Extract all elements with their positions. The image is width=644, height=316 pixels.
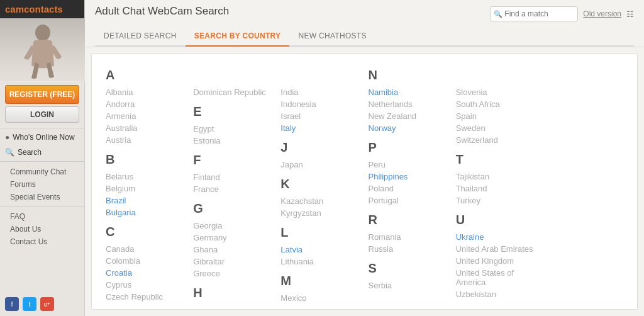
country-belgium: Belgium	[106, 183, 186, 195]
country-czech-republic: Czech Republic	[106, 291, 186, 303]
letter-a: A	[106, 68, 186, 82]
grid-icon[interactable]: ☷	[626, 9, 634, 19]
letter-f: F	[193, 153, 273, 167]
logo-cam: cam	[5, 4, 24, 14]
register-button[interactable]: REGISTER (FREE)	[5, 85, 79, 104]
country-uzbekistan: Uzbekistan	[456, 288, 536, 300]
logo[interactable]: camcontacts	[5, 4, 63, 14]
country-kyrgyzstan: Kyrgyzstan	[280, 207, 360, 219]
letter-e: E	[193, 104, 273, 119]
letter-c: C	[106, 225, 186, 239]
country-albania: Albania	[106, 86, 186, 98]
sidebar-link-about[interactable]: About Us	[5, 223, 79, 235]
sidebar-links: Community Chat Forums Special Events	[0, 163, 84, 205]
country-armenia: Armenia	[106, 110, 186, 122]
country-switzerland: Switzerland	[456, 134, 536, 146]
login-button[interactable]: LOGIN	[5, 106, 79, 123]
country-belarus: Belarus	[106, 171, 186, 183]
page-title: Adult Chat WebCam Search	[95, 5, 229, 18]
country-kazachstan: Kazachstan	[280, 195, 360, 207]
tab-by-country[interactable]: SEARCH BY COUNTRY	[186, 26, 290, 47]
letter-k: K	[280, 177, 360, 191]
country-norway[interactable]: Norway	[369, 122, 448, 134]
country-finland: Finland	[193, 171, 273, 183]
country-thailand: Thailand	[456, 183, 536, 195]
country-sweden: Sweden	[456, 122, 536, 134]
letter-v: V	[456, 307, 536, 310]
country-latvia[interactable]: Latvia	[280, 244, 360, 256]
search-input-wrap: 🔍	[490, 6, 578, 21]
country-uae: United Arab Emirates	[456, 243, 536, 255]
country-estonia: Estonia	[193, 135, 273, 147]
country-usa: United States of America	[456, 267, 536, 288]
sidebar-links-2: FAQ About Us Contact Us	[0, 208, 84, 249]
country-indonesia: Indonesia	[280, 98, 360, 110]
letter-t: T	[456, 152, 536, 167]
facebook-icon[interactable]: f	[5, 297, 19, 311]
sidebar-link-forums[interactable]: Forums	[5, 178, 79, 191]
country-col-6	[540, 62, 627, 310]
country-dominican: Dominican Republic	[193, 86, 273, 98]
country-lithuania: Lithuania	[280, 256, 360, 268]
country-netherlands: Netherlands	[369, 98, 448, 110]
country-new-zealand: New Zealand	[369, 110, 448, 122]
country-croatia[interactable]: Croatia	[106, 267, 186, 279]
country-greece: Greece	[193, 268, 273, 279]
main-header: Adult Chat WebCam Search 🔍 Old version ☷…	[85, 0, 644, 47]
twitter-icon[interactable]: t	[23, 297, 36, 311]
country-india: India	[280, 86, 360, 98]
sidebar-link-contact[interactable]: Contact Us	[5, 235, 79, 248]
country-namibia[interactable]: Namibia	[369, 86, 448, 98]
country-peru: Peru	[369, 159, 448, 171]
sidebar-item-online[interactable]: ● Who's Online Now	[0, 130, 84, 145]
sidebar-link-special[interactable]: Special Events	[5, 191, 79, 203]
country-portugal: Portugal	[369, 195, 448, 206]
country-slovenia: Slovenia	[456, 86, 536, 98]
country-col-1: A Albania Andorra Armenia Australia Aust…	[102, 62, 189, 310]
country-serbia: Serbia	[369, 279, 448, 291]
sidebar-link-community[interactable]: Community Chat	[5, 166, 79, 178]
search-icon: 🔍	[5, 148, 14, 157]
letter-u: U	[456, 213, 536, 227]
sidebar-social-links: f t g+	[0, 292, 84, 316]
country-tajikistan: Tajikistan	[456, 171, 536, 183]
find-match-input[interactable]	[490, 6, 578, 21]
sidebar: camcontacts REGISTER (FREE) LOGIN ● Who'…	[0, 0, 85, 316]
letter-g: G	[193, 201, 273, 216]
googleplus-icon[interactable]: g+	[40, 297, 54, 311]
country-ghana: Ghana	[193, 244, 273, 256]
letter-n: N	[369, 68, 448, 82]
letter-j: J	[280, 140, 360, 155]
country-mexico: Mexico	[280, 292, 360, 304]
sidebar-item-label-search: Search	[18, 148, 42, 157]
old-version-link[interactable]: Old version	[583, 9, 621, 18]
letter-p: P	[369, 140, 448, 155]
country-uk: United Kingdom	[456, 255, 536, 267]
country-spain: Spain	[456, 110, 536, 122]
country-col-2: D Dominican Republic E Egypt Estonia F F…	[189, 62, 277, 310]
country-col-5: S Slovenia South Africa Spain Sweden Swi…	[452, 62, 540, 310]
sidebar-link-faq[interactable]: FAQ	[5, 210, 79, 223]
logo-area: camcontacts	[0, 0, 84, 18]
country-turkey: Turkey	[456, 195, 536, 206]
sidebar-item-search[interactable]: 🔍 Search	[0, 145, 84, 160]
tab-detailed[interactable]: DETAILED SEARCH	[95, 26, 186, 47]
country-bulgaria[interactable]: Bulgaria	[106, 206, 186, 218]
country-romania: Romania	[369, 231, 448, 243]
country-cyprus: Cyprus	[106, 279, 186, 291]
tabs: DETAILED SEARCH SEARCH BY COUNTRY NEW CH…	[95, 26, 634, 47]
country-italy[interactable]: Italy	[280, 122, 360, 134]
logo-contacts: contacts	[24, 4, 63, 14]
country-australia: Australia	[106, 122, 186, 134]
country-japan: Japan	[280, 159, 360, 171]
country-brazil[interactable]: Brazil	[106, 195, 186, 206]
country-gibraltar: Gibraltar	[193, 256, 273, 268]
tab-new-chathosts[interactable]: NEW CHATHOSTS	[289, 26, 375, 47]
content-area: A Albania Andorra Armenia Australia Aust…	[91, 54, 638, 310]
country-philippines[interactable]: Philippines	[369, 171, 448, 183]
country-georgia: Georgia	[193, 220, 273, 232]
country-ukraine[interactable]: Ukraine	[456, 231, 536, 243]
find-match-icon: 🔍	[494, 10, 502, 18]
svg-point-0	[35, 25, 50, 41]
sidebar-hero-image	[0, 18, 85, 81]
